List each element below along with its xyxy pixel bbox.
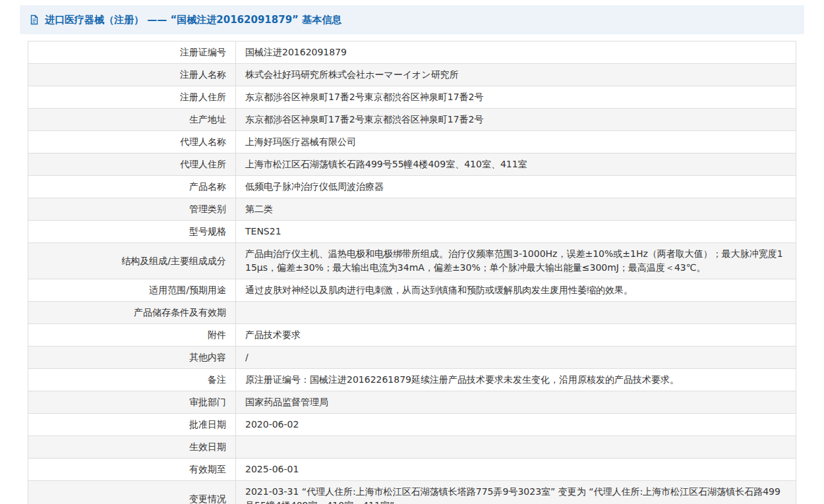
page-title: 进口医疗器械（注册） —— “国械注进20162091879” 基本信息	[45, 14, 341, 26]
row-label: 其他内容	[28, 347, 236, 369]
table-row: 适用范围/预期用途 通过皮肤对神经以及肌肉进行电刺激，从而达到镇痛和预防或缓解肌…	[28, 279, 796, 302]
row-label: 结构及组成/主要组成成分	[28, 243, 236, 279]
row-label: 产品储存条件及有效期	[28, 302, 236, 324]
row-value	[236, 436, 796, 459]
table-row: 变更情况 2021-03-31 “代理人住所:上海市松江区石湖荡镇长塔路775弄…	[28, 481, 796, 504]
table-row: 注册人住所 东京都涉谷区神泉町17番2号東京都渋谷区神泉町17番2号	[28, 86, 796, 109]
row-label: 代理人住所	[28, 154, 236, 176]
table-row: 管理类别 第二类	[28, 198, 796, 221]
row-value	[236, 302, 796, 324]
row-value: 产品由治疗仪主机、温热电极和电极绑带所组成。治疗仪频率范围3-1000Hz，误差…	[236, 243, 796, 279]
row-value: TENS21	[236, 221, 796, 243]
table-row: 其他内容 /	[28, 347, 796, 369]
row-label: 适用范围/预期用途	[28, 279, 236, 302]
row-value: 上海好玛医疗器械有限公司	[236, 131, 796, 154]
row-value: 通过皮肤对神经以及肌肉进行电刺激，从而达到镇痛和预防或缓解肌肉发生废用性萎缩的效…	[236, 279, 796, 302]
info-table-body: 注册证编号 国械注进20162091879 注册人名称 株式会社好玛研究所株式会…	[28, 42, 796, 504]
row-label: 型号规格	[28, 221, 236, 243]
row-value: /	[236, 347, 796, 369]
row-value: 国械注进20162091879	[236, 42, 796, 64]
page-header: 进口医疗器械（注册） —— “国械注进20162091879” 基本信息	[20, 5, 804, 34]
row-label: 备注	[28, 369, 236, 391]
table-row: 批准日期 2020-06-02	[28, 414, 796, 436]
row-value: 2025-06-01	[236, 459, 796, 481]
row-value: 国家药品监督管理局	[236, 391, 796, 414]
table-row: 代理人住所 上海市松江区石湖荡镇长石路499号55幢4楼409室、410室、41…	[28, 154, 796, 176]
row-label: 管理类别	[28, 198, 236, 221]
row-value: 2020-06-02	[236, 414, 796, 436]
row-label: 产品名称	[28, 176, 236, 198]
row-value: 上海市松江区石湖荡镇长石路499号55幢4楼409室、410室、411室	[236, 154, 796, 176]
table-row: 生产地址 东京都涉谷区神泉町17番2号東京都渋谷区神泉町17番2号	[28, 109, 796, 131]
table-row: 有效期至 2025-06-01	[28, 459, 796, 481]
row-value: 第二类	[236, 198, 796, 221]
row-value: 产品技术要求	[236, 324, 796, 347]
row-label: 注册证编号	[28, 42, 236, 64]
table-row: 型号规格 TENS21	[28, 221, 796, 243]
row-label: 生产地址	[28, 109, 236, 131]
document-icon	[29, 14, 40, 25]
table-row: 产品储存条件及有效期	[28, 302, 796, 324]
table-wrap: 注册证编号 国械注进20162091879 注册人名称 株式会社好玛研究所株式会…	[28, 41, 796, 504]
row-label: 批准日期	[28, 414, 236, 436]
row-value: 原注册证编号：国械注进20162261879延续注册产品技术要求未发生变化，沿用…	[236, 369, 796, 391]
table-row: 产品名称 低频电子脉冲治疗仪低周波治療器	[28, 176, 796, 198]
table-row: 附件 产品技术要求	[28, 324, 796, 347]
table-row: 结构及组成/主要组成成分 产品由治疗仪主机、温热电极和电极绑带所组成。治疗仪频率…	[28, 243, 796, 279]
info-table: 注册证编号 国械注进20162091879 注册人名称 株式会社好玛研究所株式会…	[28, 41, 796, 504]
row-value: 东京都涉谷区神泉町17番2号東京都渋谷区神泉町17番2号	[236, 86, 796, 109]
table-row: 审批部门 国家药品监督管理局	[28, 391, 796, 414]
row-label: 生效日期	[28, 436, 236, 459]
row-label: 注册人名称	[28, 64, 236, 86]
row-label: 附件	[28, 324, 236, 347]
row-label: 审批部门	[28, 391, 236, 414]
row-label: 代理人名称	[28, 131, 236, 154]
row-value: 低频电子脉冲治疗仪低周波治療器	[236, 176, 796, 198]
table-row: 代理人名称 上海好玛医疗器械有限公司	[28, 131, 796, 154]
page: 进口医疗器械（注册） —— “国械注进20162091879” 基本信息 注册证…	[0, 0, 824, 504]
table-row: 注册人名称 株式会社好玛研究所株式会社ホーマーイオン研究所	[28, 64, 796, 86]
table-row: 生效日期	[28, 436, 796, 459]
row-value: 东京都涉谷区神泉町17番2号東京都渋谷区神泉町17番2号	[236, 109, 796, 131]
table-row: 备注 原注册证编号：国械注进20162261879延续注册产品技术要求未发生变化…	[28, 369, 796, 391]
row-label: 注册人住所	[28, 86, 236, 109]
table-row: 注册证编号 国械注进20162091879	[28, 42, 796, 64]
row-value: 2021-03-31 “代理人住所:上海市松江区石湖荡镇长塔路775弄9号302…	[236, 481, 796, 504]
row-label: 有效期至	[28, 459, 236, 481]
row-label: 变更情况	[28, 481, 236, 504]
row-value: 株式会社好玛研究所株式会社ホーマーイオン研究所	[236, 64, 796, 86]
